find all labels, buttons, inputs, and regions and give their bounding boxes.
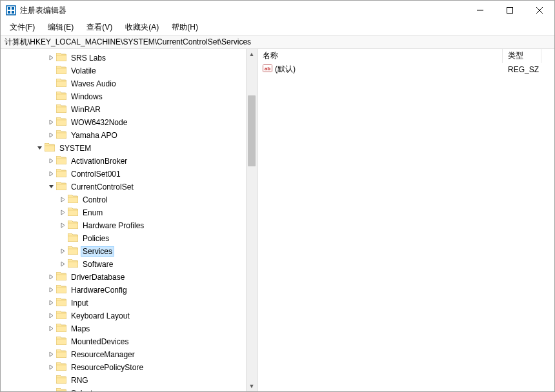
tree-expander-closed-icon[interactable]: [47, 351, 55, 358]
svg-rect-5: [507, 8, 513, 14]
tree-item-label: ResourcePolicyStore: [69, 362, 145, 373]
tree-expander-closed-icon[interactable]: [47, 325, 55, 333]
tree-expander-open-icon[interactable]: [35, 144, 43, 152]
tree-item[interactable]: CurrentControlSet: [12, 181, 257, 193]
values-pane: 名称 类型 ab(默认)REG_SZ: [257, 49, 554, 391]
scroll-thumb[interactable]: [248, 95, 256, 166]
tree-item[interactable]: Select: [12, 387, 257, 391]
folder-icon: [56, 375, 69, 386]
tree-expander-closed-icon[interactable]: [47, 312, 55, 320]
tree-item[interactable]: Keyboard Layout: [12, 309, 257, 322]
tree-pane: SRS LabsVolatileWaves AudioWindowsWinRAR…: [1, 49, 257, 391]
tree-item[interactable]: Yamaha APO: [12, 129, 257, 142]
folder-icon: [56, 324, 69, 334]
folder-icon: [56, 349, 69, 360]
scroll-track[interactable]: [247, 60, 257, 380]
tree-expander-closed-icon[interactable]: [59, 260, 66, 268]
maximize-button[interactable]: [495, 1, 525, 20]
tree-expander-closed-icon[interactable]: [59, 222, 66, 230]
tree-expander-closed-icon[interactable]: [47, 119, 55, 126]
folder-icon: [68, 208, 81, 218]
scroll-up-button[interactable]: ▲: [247, 49, 257, 60]
menu-favorites[interactable]: 收藏夹(A): [119, 20, 165, 35]
folder-icon: [45, 143, 57, 153]
tree-expander-closed-icon[interactable]: [59, 209, 66, 217]
menu-view[interactable]: 查看(V): [80, 20, 119, 35]
tree-item[interactable]: ControlSet001: [12, 168, 257, 181]
folder-icon: [68, 233, 81, 244]
tree-item-label: ControlSet001: [69, 169, 123, 179]
tree-item-label: SYSTEM: [57, 143, 93, 153]
menu-help[interactable]: 帮助(H): [165, 20, 205, 35]
scroll-down-button[interactable]: ▼: [247, 380, 257, 391]
tree-item[interactable]: Waves Audio: [12, 77, 257, 90]
registry-tree[interactable]: SRS LabsVolatileWaves AudioWindowsWinRAR…: [7, 49, 257, 391]
tree-item-label: MountedDevices: [69, 337, 130, 347]
tree-item-label: Enum: [81, 208, 105, 218]
app-icon: [6, 5, 16, 15]
menu-file[interactable]: 文件(F): [3, 20, 41, 35]
tree-item[interactable]: Control: [12, 193, 257, 206]
tree-expander-closed-icon[interactable]: [59, 248, 66, 255]
tree-item[interactable]: Maps: [12, 322, 257, 335]
tree-item[interactable]: Hardware Profiles: [12, 219, 257, 232]
folder-icon: [56, 298, 69, 308]
menu-edit[interactable]: 编辑(E): [41, 20, 80, 35]
folder-icon: [56, 130, 69, 141]
tree-item[interactable]: WinRAR: [12, 103, 257, 116]
tree-item[interactable]: Windows: [12, 90, 257, 103]
tree-item-label: Control: [81, 195, 110, 205]
tree-expander-closed-icon[interactable]: [47, 132, 55, 139]
column-type[interactable]: 类型: [503, 49, 541, 63]
tree-item[interactable]: ActivationBroker: [12, 155, 257, 168]
content-panes: SRS LabsVolatileWaves AudioWindowsWinRAR…: [1, 49, 554, 391]
tree-item-label: Keyboard Layout: [69, 311, 132, 321]
tree-expander-closed-icon[interactable]: [47, 364, 55, 371]
tree-item-label: ResourceManager: [69, 349, 137, 360]
value-row[interactable]: ab(默认)REG_SZ: [257, 63, 554, 76]
minimize-button[interactable]: [465, 1, 495, 20]
tree-item[interactable]: Volatile: [12, 64, 257, 77]
tree-expander-closed-icon[interactable]: [59, 196, 66, 204]
tree-item[interactable]: Software: [12, 258, 257, 271]
address-bar[interactable]: 计算机\HKEY_LOCAL_MACHINE\SYSTEM\CurrentCon…: [1, 35, 554, 49]
value-type: REG_SZ: [503, 65, 541, 74]
tree-expander-closed-icon[interactable]: [47, 286, 55, 294]
tree-item-label: HardwareConfig: [69, 285, 129, 295]
tree-item[interactable]: DriverDatabase: [12, 271, 257, 284]
tree-item[interactable]: Services: [12, 245, 257, 258]
folder-icon: [56, 92, 69, 102]
tree-expander-closed-icon[interactable]: [47, 273, 55, 281]
tree-item[interactable]: Input: [12, 297, 257, 309]
tree-item[interactable]: ResourceManager: [12, 348, 257, 361]
column-name[interactable]: 名称: [257, 49, 503, 63]
tree-item-label: CurrentControlSet: [69, 182, 136, 192]
tree-expander-closed-icon[interactable]: [47, 299, 55, 307]
tree-item[interactable]: SRS Labs: [12, 52, 257, 64]
tree-item-label: ActivationBroker: [69, 156, 129, 166]
folder-icon: [56, 104, 69, 115]
tree-expander-closed-icon[interactable]: [47, 170, 55, 178]
tree-item-label: RNG: [69, 375, 90, 386]
folder-icon: [68, 246, 81, 257]
tree-item[interactable]: ResourcePolicyStore: [12, 361, 257, 374]
tree-item[interactable]: WOW6432Node: [12, 116, 257, 129]
tree-item[interactable]: Policies: [12, 232, 257, 245]
window-title: 注册表编辑器: [20, 5, 66, 16]
folder-icon: [56, 156, 69, 166]
tree-item[interactable]: MountedDevices: [12, 335, 257, 348]
tree-item-label: Services: [81, 246, 114, 257]
address-text: 计算机\HKEY_LOCAL_MACHINE\SYSTEM\CurrentCon…: [5, 37, 251, 48]
tree-expander-open-icon[interactable]: [47, 183, 55, 191]
tree-item[interactable]: RNG: [12, 374, 257, 387]
tree-item[interactable]: Enum: [12, 206, 257, 219]
close-button[interactable]: [525, 1, 554, 20]
tree-expander-closed-icon[interactable]: [47, 157, 55, 165]
tree-expander-closed-icon[interactable]: [47, 54, 55, 62]
tree-scrollbar[interactable]: ▲ ▼: [246, 49, 257, 391]
folder-icon: [56, 388, 69, 391]
folder-icon: [56, 117, 69, 128]
folder-icon: [56, 362, 69, 373]
tree-item[interactable]: SYSTEM: [12, 142, 257, 155]
tree-item[interactable]: HardwareConfig: [12, 284, 257, 297]
